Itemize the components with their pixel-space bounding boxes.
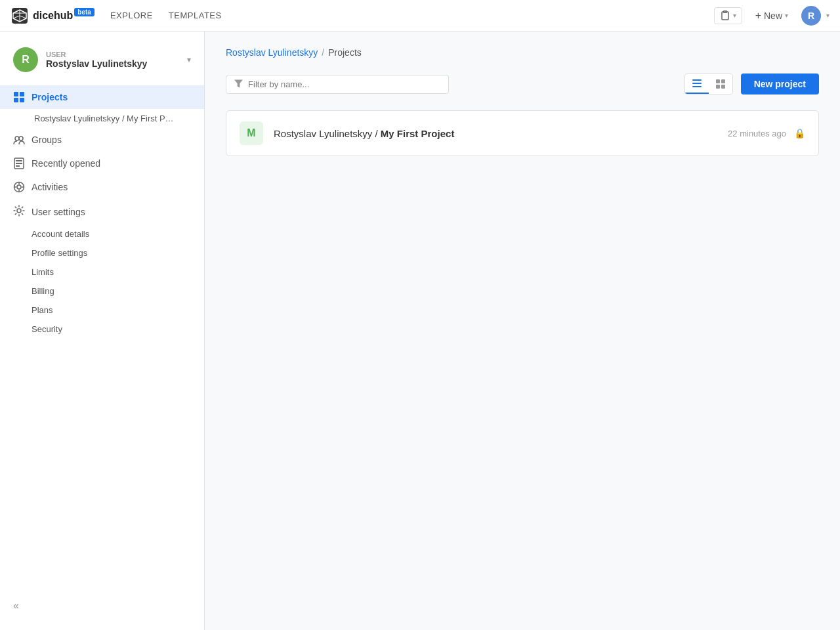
beta-badge: beta (74, 8, 94, 16)
sidebar-item-recently-opened-label: Recently opened (32, 158, 100, 169)
project-meta: 22 minutes ago 🔒 (728, 128, 805, 138)
new-chevron: ▾ (785, 12, 788, 19)
sidebar-item-activities-label: Activities (32, 182, 68, 192)
sidebar: R USER Rostyslav Lyulinetskyy ▾ Project (0, 32, 205, 630)
activities-icon (13, 181, 25, 193)
breadcrumb: Rostyslav Lyulinetskyy / Projects (226, 47, 819, 58)
new-button[interactable]: + New ▾ (747, 7, 796, 24)
breadcrumb-separator: / (322, 47, 324, 58)
sidebar-subitem-plans[interactable]: Plans (0, 301, 204, 320)
svg-rect-17 (16, 165, 20, 167)
sidebar-user-chevron: ▾ (187, 55, 191, 64)
security-label: Security (32, 324, 62, 334)
collapse-icon: « (13, 600, 19, 611)
project-name-bold: My First Project (381, 128, 455, 139)
view-toggle (684, 74, 733, 94)
sidebar-avatar: R (13, 47, 38, 72)
user-chevron[interactable]: ▾ (826, 12, 830, 19)
project-name: Rostyslav Lyulinetskyy / My First Projec… (274, 128, 717, 139)
billing-label: Billing (32, 286, 54, 296)
lock-icon: 🔒 (794, 128, 805, 138)
sidebar-subitem-account-details[interactable]: Account details (0, 224, 204, 243)
svg-rect-28 (692, 86, 702, 87)
sidebar-user-name: Rostyslav Lyulinetskyy (46, 58, 179, 69)
svg-marker-25 (234, 79, 243, 87)
logo[interactable]: dicehub beta (10, 7, 94, 25)
sidebar-subitem-security[interactable]: Security (0, 320, 204, 339)
clipboard-icon (720, 10, 730, 21)
limits-label: Limits (32, 267, 54, 277)
logo-text: dicehub (33, 10, 73, 22)
groups-icon (13, 134, 25, 146)
toolbar: New project (226, 74, 819, 94)
plans-label: Plans (32, 305, 53, 315)
list-view-icon (692, 78, 702, 89)
svg-rect-9 (20, 92, 24, 96)
plus-icon: + (755, 10, 761, 22)
sidebar-item-groups[interactable]: Groups (0, 128, 204, 152)
svg-point-13 (19, 136, 23, 140)
svg-rect-8 (14, 92, 18, 96)
sidebar-subitem-project-label: Rostyslav Lyulinetskyy / My First P… (34, 114, 174, 123)
sidebar-settings-header: User settings (0, 199, 204, 224)
sidebar-item-groups-label: Groups (32, 135, 62, 145)
list-view-button[interactable] (685, 74, 709, 94)
svg-rect-32 (721, 85, 725, 89)
breadcrumb-current: Projects (328, 47, 362, 58)
svg-point-24 (17, 209, 21, 213)
sidebar-item-projects[interactable]: Projects (0, 85, 204, 109)
svg-rect-16 (16, 163, 22, 164)
navbar: dicehub beta EXPLORE TEMPLATES ▾ + New ▾… (0, 0, 840, 32)
grid-view-button[interactable] (709, 74, 732, 94)
sidebar-settings-subnav: Account details Profile settings Limits … (0, 224, 204, 339)
project-icon: M (240, 121, 263, 145)
breadcrumb-user-link[interactable]: Rostyslav Lyulinetskyy (226, 47, 318, 58)
svg-rect-10 (14, 98, 18, 102)
sidebar-subitem-profile-settings[interactable]: Profile settings (0, 243, 204, 262)
sidebar-nav: Projects Rostyslav Lyulinetskyy / My Fir… (0, 85, 204, 199)
sidebar-subitem-project[interactable]: Rostyslav Lyulinetskyy / My First P… (0, 109, 204, 128)
sidebar-item-projects-label: Projects (32, 92, 68, 102)
sidebar-item-activities[interactable]: Activities (0, 175, 204, 199)
settings-label: User settings (32, 207, 85, 217)
main-content: Rostyslav Lyulinetskyy / Projects (205, 32, 840, 630)
clipboard-button[interactable]: ▾ (714, 7, 742, 24)
sidebar-subitem-billing[interactable]: Billing (0, 282, 204, 301)
project-icon-letter: M (247, 127, 255, 139)
table-row[interactable]: M Rostyslav Lyulinetskyy / My First Proj… (226, 111, 818, 156)
layout: R USER Rostyslav Lyulinetskyy ▾ Project (0, 32, 840, 630)
filter-input-wrap[interactable] (226, 75, 449, 94)
sidebar-collapse-button[interactable]: « (0, 592, 204, 620)
svg-point-12 (15, 136, 19, 140)
filter-icon (234, 79, 243, 89)
sidebar-item-recently-opened[interactable]: Recently opened (0, 152, 204, 175)
sidebar-user-role: USER (46, 51, 179, 58)
grid-view-icon (715, 79, 726, 89)
settings-icon (13, 205, 25, 219)
profile-settings-label: Profile settings (32, 248, 87, 258)
project-timestamp: 22 minutes ago (728, 129, 786, 138)
navbar-nav: EXPLORE TEMPLATES (110, 10, 714, 20)
logo-cube-icon (10, 7, 29, 25)
user-avatar[interactable]: R (801, 6, 821, 26)
svg-rect-15 (16, 160, 22, 161)
filter-input[interactable] (248, 79, 440, 89)
svg-rect-11 (20, 98, 24, 102)
svg-rect-26 (692, 79, 702, 81)
svg-rect-31 (716, 85, 720, 89)
projects-icon (13, 91, 25, 103)
svg-point-19 (17, 185, 21, 189)
svg-rect-29 (716, 79, 720, 83)
svg-rect-27 (692, 83, 702, 84)
project-name-prefix: Rostyslav Lyulinetskyy / (274, 128, 381, 139)
nav-templates[interactable]: TEMPLATES (169, 10, 222, 20)
sidebar-subitem-limits[interactable]: Limits (0, 262, 204, 282)
new-project-button[interactable]: New project (741, 74, 819, 94)
project-list: M Rostyslav Lyulinetskyy / My First Proj… (226, 110, 819, 156)
svg-rect-30 (721, 79, 725, 83)
nav-explore[interactable]: EXPLORE (110, 10, 153, 20)
recently-opened-icon (13, 158, 25, 169)
sidebar-user[interactable]: R USER Rostyslav Lyulinetskyy ▾ (0, 42, 204, 85)
clipboard-chevron: ▾ (733, 12, 736, 19)
navbar-right: ▾ + New ▾ R ▾ (714, 6, 830, 26)
